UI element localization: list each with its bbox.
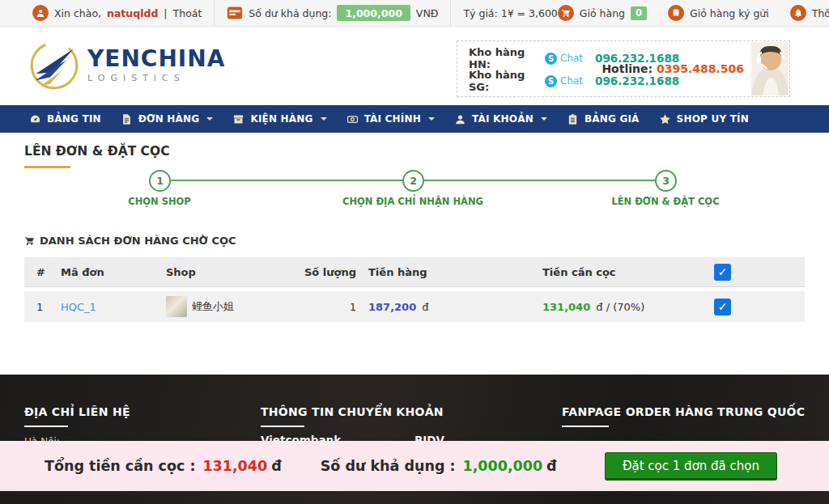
contact-box: Kho hàng HN: Chat 096.232.1688 Kho hàng …	[457, 40, 790, 97]
user-greeting: Xin chào, natuqldd | Thoát	[32, 5, 202, 21]
exchange-rate: Tỷ giá: 1¥ = 3,600	[463, 7, 557, 19]
step-circle-2: 2	[402, 170, 424, 192]
total-deposit-currency: đ	[271, 458, 282, 474]
chevron-down-icon	[428, 117, 435, 121]
nav-item-tai-chinh[interactable]: TÀI CHÍNH	[346, 113, 435, 125]
available-balance-label: Số dư khả dụng :	[321, 458, 456, 474]
username: natuqldd	[107, 7, 158, 19]
step-label-1: CHỌN SHOP	[38, 196, 281, 207]
deposit-cell: 131,040 đ / (70%)	[542, 301, 696, 313]
quantity-cell: 1	[304, 301, 356, 313]
skype-chat-sg[interactable]: Chat	[545, 75, 595, 87]
notifications-button[interactable]: Thông báo 2	[790, 5, 829, 21]
footer-fanpage-title: FANPAGE ORDER HÀNG TRUNG QUỐC	[562, 405, 805, 418]
divider	[450, 0, 451, 27]
available-balance: Số dư khả dụng : 1,000,000 đ	[321, 458, 557, 474]
star-icon	[659, 113, 671, 125]
chevron-down-icon	[541, 117, 547, 121]
logo[interactable]: YENCHINA LOGISTICS	[28, 39, 225, 92]
select-all-checkbox[interactable]	[714, 264, 731, 281]
amount-cell: 187,200 đ	[356, 301, 542, 313]
consignment-cart-button[interactable]: Giỏ hàng ký gửi	[668, 5, 769, 21]
greeting-text: Xin chào,	[54, 7, 101, 19]
phone-sg: 096.232.1688	[595, 74, 679, 87]
footer-underline	[261, 426, 304, 427]
col-amount: Tiền hàng	[356, 266, 542, 278]
available-balance-value: 1,000,000	[463, 458, 543, 474]
nav-item-shop-uy-tin[interactable]: SHOP UY TÍN	[659, 113, 749, 125]
col-select	[696, 264, 805, 281]
col-deposit: Tiền cần cọc	[542, 266, 696, 278]
row-checkbox[interactable]	[714, 299, 731, 316]
nav-item-bang-gia[interactable]: BẢNG GIÁ	[567, 113, 640, 125]
nav-item-don-hang[interactable]: ĐƠN HÀNG	[121, 113, 214, 125]
cart-count-badge: 0	[631, 6, 647, 20]
header: YENCHINA LOGISTICS Kho hàng HN: Chat 096…	[0, 28, 829, 105]
balance-value-badge: 1,000,000	[337, 5, 410, 21]
nav-label: BẢNG GIÁ	[585, 113, 640, 125]
support-agent-image	[751, 42, 789, 95]
divider	[214, 0, 215, 27]
nav-label: ĐƠN HÀNG	[138, 113, 200, 125]
dashboard-icon	[29, 113, 41, 125]
bell-icon	[790, 5, 806, 21]
cart-button[interactable]: Giỏ hàng 0	[558, 5, 647, 21]
col-shop: Shop	[166, 266, 304, 278]
nav-item-kien-hang[interactable]: KIỆN HÀNG	[232, 113, 326, 125]
page: Xin chào, natuqldd | Thoát Số dư khả dụn…	[0, 0, 829, 504]
section-heading: DANH SÁCH ĐƠN HÀNG CHỜ CỌC	[24, 235, 236, 247]
step-connector	[424, 180, 655, 181]
shop-name: 鲤鱼小姐	[192, 299, 234, 314]
balance-currency: VNĐ	[416, 7, 439, 19]
cart-icon	[558, 5, 574, 21]
nav-label: TÀI CHÍNH	[364, 113, 421, 125]
place-deposit-button[interactable]: Đặt cọc 1 đơn đã chọn	[605, 452, 777, 481]
logo-text: YENCHINA LOGISTICS	[87, 48, 225, 83]
deposit-suffix: đ / (70%)	[596, 301, 644, 313]
document-icon	[121, 113, 133, 125]
step-label-3: LÊN ĐƠN & ĐẶT CỌC	[544, 196, 787, 207]
top-bar-left: Xin chào, natuqldd | Thoát Số dư khả dụn…	[0, 0, 558, 26]
order-code-link[interactable]: HQC_1	[61, 301, 96, 313]
skype-icon	[545, 53, 557, 65]
table-header-row: # Mã đơn Shop Số lượng Tiền hàng Tiền cầ…	[24, 257, 805, 287]
balance-label: Số dư khả dụng:	[249, 7, 331, 19]
step-connector	[171, 180, 402, 181]
step-circle-1: 1	[149, 170, 171, 192]
nav-item-bang-tin[interactable]: BẢNG TIN	[29, 113, 101, 125]
wallet-icon	[227, 5, 243, 21]
chat-label: Chat	[560, 53, 583, 64]
chevron-down-icon	[321, 117, 327, 121]
logo-icon	[28, 39, 81, 92]
col-index: #	[24, 266, 61, 278]
separator: |	[164, 7, 167, 19]
total-deposit-label: Tổng tiền cần cọc :	[45, 458, 195, 474]
box-icon	[232, 113, 244, 125]
hotline-label: Hotline:	[602, 62, 653, 75]
nav-label: KIỆN HÀNG	[250, 113, 312, 125]
notifications-label: Thông báo	[812, 7, 829, 19]
logout-link[interactable]: Thoát	[173, 7, 202, 19]
skype-icon	[545, 75, 557, 87]
nav-label: BẢNG TIN	[47, 113, 101, 125]
deposit-value: 131,040	[542, 301, 590, 313]
nav-item-tai-khoan[interactable]: TÀI KHOẢN	[454, 113, 547, 125]
hotline: Hotline: 0395.488.506	[602, 62, 744, 75]
amount-value: 187,200	[368, 301, 416, 313]
warehouse-hn-label: Kho hàng HN:	[469, 46, 545, 70]
consignment-cart-label: Giỏ hàng ký gửi	[690, 7, 769, 19]
top-bar: Xin chào, natuqldd | Thoát Số dư khả dụn…	[0, 0, 829, 27]
step-label-2: CHỌN ĐỊA CHỈ NHẬN HÀNG	[291, 196, 534, 207]
skype-chat-hn[interactable]: Chat	[545, 53, 595, 65]
footer-bank-title: THÔNG TIN CHUYỂN KHOẢN	[261, 405, 444, 418]
nav-label: TÀI KHOẢN	[472, 113, 534, 125]
title-underline	[24, 166, 70, 168]
chevron-down-icon	[206, 117, 213, 121]
cart-label: Giỏ hàng	[580, 7, 625, 19]
cart-icon	[24, 235, 35, 246]
logo-subtitle: LOGISTICS	[87, 73, 225, 83]
top-bar-right: Giỏ hàng 0 Giỏ hàng ký gửi Thông báo 2	[558, 5, 829, 21]
warehouse-sg-row: Kho hàng SG: Chat 096.232.1688	[469, 73, 789, 89]
total-deposit-value: 131,040	[202, 458, 267, 474]
select-cell	[696, 299, 805, 316]
